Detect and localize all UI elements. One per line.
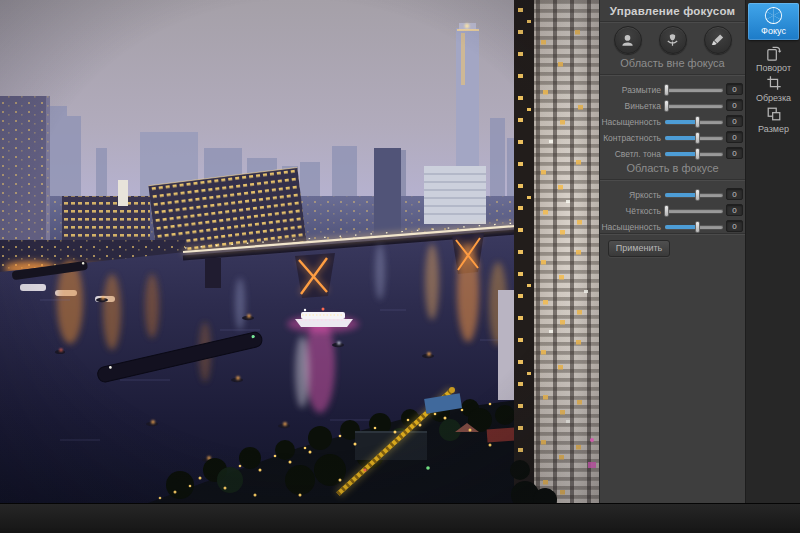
rotate-icon [765, 45, 782, 61]
slider-track[interactable] [665, 120, 723, 124]
tab-label: Размер [758, 124, 789, 134]
slider-label: Виньетка [600, 101, 661, 111]
tab-focus[interactable]: Фокус [748, 3, 799, 40]
divider [600, 74, 745, 76]
status-bar: 1:1 28% [0, 503, 800, 533]
section-header-out-of-focus: Область вне фокуса [600, 57, 745, 69]
divider [600, 179, 745, 181]
slider-handle[interactable] [695, 132, 700, 144]
slider-row-brightness: Яркость 0 [600, 188, 746, 202]
slider-handle[interactable] [695, 189, 700, 201]
slider-handle[interactable] [695, 221, 700, 233]
slider-handle[interactable] [664, 100, 669, 112]
aperture-icon [764, 8, 783, 24]
slider-handle[interactable] [664, 84, 669, 96]
slider-label: Насыщенность [600, 117, 661, 127]
slider-row-contrast: Контрастность 0 [600, 131, 746, 145]
slider-track[interactable] [665, 152, 723, 156]
tab-resize[interactable]: Размер [746, 104, 800, 136]
panel-title: Управление фокусом [600, 5, 745, 17]
slider-track[interactable] [665, 136, 723, 140]
slider-value[interactable]: 0 [726, 131, 743, 143]
slider-value[interactable]: 0 [726, 220, 743, 232]
slider-row-light-tones: Светл. тона 0 [600, 147, 746, 161]
portrait-mode-button[interactable] [614, 26, 642, 54]
slider-track[interactable] [665, 209, 723, 213]
slider-row-saturation-in: Насыщенность 0 [600, 220, 746, 234]
slider-handle[interactable] [695, 116, 700, 128]
flower-icon [665, 33, 680, 48]
divider [600, 233, 745, 235]
slider-label: Контрастность [600, 133, 661, 143]
divider [600, 21, 745, 23]
macro-mode-button[interactable] [659, 26, 687, 54]
apply-button[interactable]: Применить [608, 240, 670, 257]
photo-canvas[interactable] [0, 0, 599, 503]
slider-handle[interactable] [695, 148, 700, 160]
slider-track[interactable] [665, 104, 723, 108]
slider-value[interactable]: 0 [726, 204, 743, 216]
slider-label: Размытие [600, 85, 661, 95]
slider-label: Яркость [600, 190, 661, 200]
slider-track[interactable] [665, 225, 723, 229]
slider-track[interactable] [665, 88, 723, 92]
slider-track[interactable] [665, 193, 723, 197]
photo-bangkok-cityscape [0, 0, 599, 503]
slider-handle[interactable] [664, 205, 669, 217]
slider-value[interactable]: 0 [726, 147, 743, 159]
slider-value[interactable]: 0 [726, 99, 743, 111]
tool-rail: Фокус Поворот Обрезка [745, 0, 800, 503]
portrait-icon [620, 33, 635, 48]
crop-icon [766, 75, 782, 91]
slider-row-vignette: Виньетка 0 [600, 99, 746, 113]
tab-crop[interactable]: Обрезка [746, 74, 800, 104]
brush-icon [710, 33, 725, 48]
slider-row-sharpness: Чёткость 0 [600, 204, 746, 218]
slider-label: Светл. тона [600, 149, 661, 159]
tab-rotate[interactable]: Поворот [746, 44, 800, 74]
tab-label: Поворот [756, 63, 791, 73]
slider-label: Чёткость [600, 206, 661, 216]
slider-row-blur: Размытие 0 [600, 83, 746, 97]
tab-label: Фокус [761, 26, 786, 36]
slider-value[interactable]: 0 [726, 188, 743, 200]
resize-icon [766, 106, 782, 122]
slider-row-saturation-out: Насыщенность 0 [600, 115, 746, 129]
slider-value[interactable]: 0 [726, 83, 743, 95]
brush-mode-button[interactable] [704, 26, 732, 54]
tab-label: Обрезка [756, 93, 791, 103]
focus-tool-buttons [600, 26, 745, 54]
slider-label: Насыщенность [600, 222, 661, 232]
slider-value[interactable]: 0 [726, 115, 743, 127]
section-header-in-focus: Область в фокусе [600, 162, 745, 174]
photo-editor-window: Управление фокусом [0, 0, 800, 533]
focus-settings-panel: Управление фокусом [599, 0, 745, 503]
